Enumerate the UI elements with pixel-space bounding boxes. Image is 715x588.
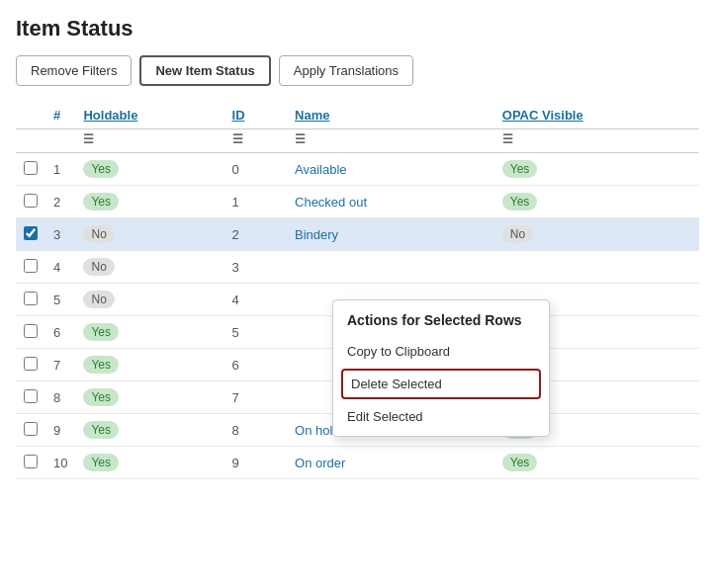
id-header[interactable]: ID <box>224 102 287 129</box>
holdable-sort-link[interactable]: Holdable <box>83 108 137 123</box>
opac-filter-icon[interactable]: ☰ <box>502 132 516 146</box>
row-id: 9 <box>224 447 287 479</box>
row-num: 4 <box>45 251 75 284</box>
row-checkbox-cell <box>16 414 45 447</box>
row-checkbox[interactable] <box>24 194 38 208</box>
row-opac-visible: Yes <box>494 153 699 186</box>
row-holdable: No <box>75 284 223 316</box>
row-holdable: Yes <box>75 447 223 479</box>
row-id: 2 <box>224 218 287 251</box>
row-opac-visible: Yes <box>494 447 699 479</box>
table-row: 10Yes9On orderYes <box>16 447 699 479</box>
new-item-status-button[interactable]: New Item Status <box>139 55 270 86</box>
holdable-badge: Yes <box>83 421 119 439</box>
row-opac-visible: Yes <box>494 186 699 218</box>
row-name: Available <box>287 153 494 186</box>
holdable-badge: No <box>83 291 114 308</box>
row-num: 6 <box>45 316 75 349</box>
id-filter[interactable]: ☰ <box>224 129 287 153</box>
row-id: 1 <box>224 186 287 218</box>
row-name: On order <box>287 447 494 479</box>
holdable-badge: Yes <box>83 323 119 341</box>
row-opac-visible <box>494 251 699 284</box>
row-opac-visible: No <box>494 218 699 251</box>
opac-visible-header[interactable]: OPAC Visible <box>494 102 699 129</box>
row-id: 5 <box>224 316 287 349</box>
remove-filters-button[interactable]: Remove Filters <box>16 55 132 86</box>
row-checkbox-cell <box>16 316 45 349</box>
table-row: 4No3 <box>16 251 699 284</box>
id-sort-link[interactable]: ID <box>232 108 245 123</box>
row-checkbox[interactable] <box>24 292 38 305</box>
context-menu: Actions for Selected Rows Copy to Clipbo… <box>332 299 550 437</box>
opac-badge: Yes <box>502 454 538 471</box>
row-checkbox[interactable] <box>24 324 38 338</box>
row-num: 5 <box>45 284 75 316</box>
row-num: 8 <box>45 381 75 414</box>
row-num: 3 <box>45 218 75 251</box>
holdable-filter[interactable]: ☰ <box>75 129 223 153</box>
id-filter-icon[interactable]: ☰ <box>232 132 246 146</box>
row-holdable: Yes <box>75 349 223 381</box>
row-id: 4 <box>224 284 287 316</box>
row-checkbox-cell <box>16 218 45 251</box>
holdable-header[interactable]: Holdable <box>75 102 223 129</box>
row-holdable: No <box>75 251 223 284</box>
filter-row: ☰ ☰ ☰ ☰ <box>16 129 699 153</box>
column-header-row: # Holdable ID Name OPAC Visible <box>16 102 699 129</box>
opac-sort-link[interactable]: OPAC Visible <box>502 108 583 123</box>
row-checkbox-cell <box>16 186 45 218</box>
row-holdable: Yes <box>75 153 223 186</box>
row-name <box>287 251 494 284</box>
opac-filter[interactable]: ☰ <box>494 129 699 153</box>
opac-badge: Yes <box>502 160 538 178</box>
context-menu-title: Actions for Selected Rows <box>333 304 549 336</box>
toolbar: Remove Filters New Item Status Apply Tra… <box>16 55 699 86</box>
row-checkbox[interactable] <box>24 455 38 468</box>
holdable-badge: Yes <box>83 388 119 406</box>
row-num: 9 <box>45 414 75 447</box>
row-checkbox[interactable] <box>24 357 38 371</box>
holdable-badge: Yes <box>83 160 119 178</box>
row-holdable: No <box>75 218 223 251</box>
row-num: 10 <box>45 447 75 479</box>
name-filter-icon[interactable]: ☰ <box>295 132 309 146</box>
table-row: 2Yes1Checked outYes <box>16 186 699 218</box>
row-holdable: Yes <box>75 186 223 218</box>
row-id: 8 <box>224 414 287 447</box>
row-num: 2 <box>45 186 75 218</box>
row-checkbox-cell <box>16 284 45 316</box>
row-name: Bindery <box>287 218 494 251</box>
row-checkbox[interactable] <box>24 422 38 436</box>
opac-badge: Yes <box>502 193 538 210</box>
copy-to-clipboard-item[interactable]: Copy to Clipboard <box>333 336 549 367</box>
opac-badge: No <box>502 225 533 243</box>
holdable-filter-icon[interactable]: ☰ <box>83 132 97 146</box>
delete-selected-item[interactable]: Delete Selected <box>341 369 541 399</box>
row-holdable: Yes <box>75 316 223 349</box>
row-num: 1 <box>45 153 75 186</box>
row-checkbox[interactable] <box>24 161 38 175</box>
row-checkbox[interactable] <box>24 226 38 240</box>
apply-translations-button[interactable]: Apply Translations <box>279 55 413 86</box>
table-container: # Holdable ID Name OPAC Visible ☰ ☰ ☰ ☰ … <box>16 102 699 479</box>
name-filter[interactable]: ☰ <box>287 129 494 153</box>
holdable-badge: Yes <box>83 356 119 374</box>
row-checkbox-cell <box>16 447 45 479</box>
page-title: Item Status <box>16 16 699 42</box>
holdable-badge: No <box>83 258 114 276</box>
row-checkbox-cell <box>16 381 45 414</box>
row-checkbox-cell <box>16 349 45 381</box>
row-checkbox[interactable] <box>24 259 38 273</box>
row-checkbox[interactable] <box>24 389 38 403</box>
holdable-badge: Yes <box>83 454 119 471</box>
table-row: 1Yes0AvailableYes <box>16 153 699 186</box>
select-all-header <box>16 102 45 129</box>
name-sort-link[interactable]: Name <box>295 108 329 123</box>
row-holdable: Yes <box>75 381 223 414</box>
num-header: # <box>45 102 75 129</box>
row-checkbox-cell <box>16 153 45 186</box>
edit-selected-item[interactable]: Edit Selected <box>333 401 549 432</box>
name-header[interactable]: Name <box>287 102 494 129</box>
holdable-badge: Yes <box>83 193 119 210</box>
